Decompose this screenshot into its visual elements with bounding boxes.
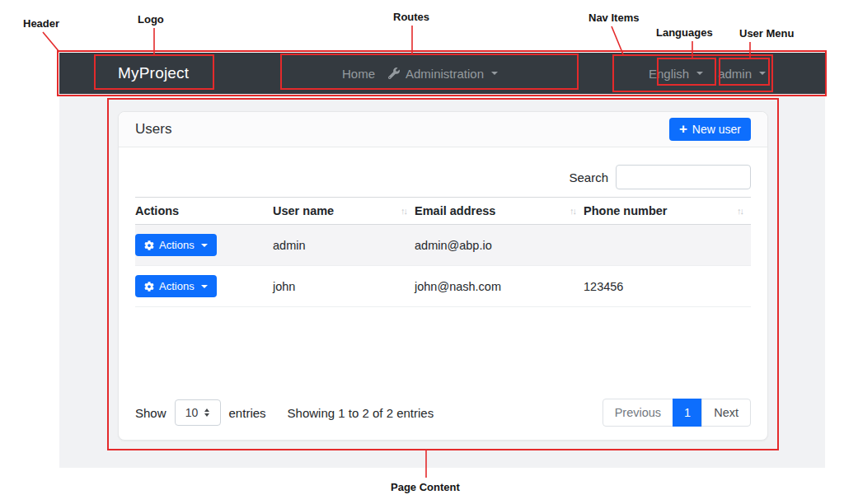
caret-down-icon [201,285,208,288]
page-title: Users [135,121,171,138]
pagination-page-1[interactable]: 1 [673,399,702,427]
cell-phone [584,225,751,266]
header-navbar: MyProject Home Administration English ad… [59,53,825,94]
header-annotation-line [43,32,59,52]
column-header-email[interactable]: Email address ↑↓ [415,198,584,225]
column-header-phone[interactable]: Phone number ↑↓ [584,198,751,225]
cell-username: admin [273,225,415,266]
column-label: Email address [415,204,495,217]
user-menu-dropdown[interactable]: admin [718,67,766,81]
column-label: Phone number [584,204,668,217]
caret-down-icon [696,72,703,75]
new-user-button[interactable]: + New user [669,118,751,141]
sort-icon: ↑↓ [570,206,575,216]
logo-annotation-label: Logo [138,13,164,26]
routes-annotation-label: Routes [393,11,429,23]
caret-down-icon [759,72,766,75]
column-label: User name [273,204,334,217]
sort-icon: ↑↓ [401,206,406,216]
page-content-annotation-label: Page Content [391,481,460,493]
caret-down-icon [201,244,208,247]
search-label: Search [569,170,608,184]
search-row: Search [135,165,751,189]
cell-email: john@nash.com [415,266,584,307]
table-row: Actions admin admin@abp.io [135,225,751,266]
nav-link-administration-label: Administration [406,67,484,81]
caret-down-icon [491,72,498,75]
users-card-header: Users + New user [119,112,767,147]
entries-info: Showing 1 to 2 of 2 entries [288,406,434,420]
gear-icon [144,282,154,292]
row-actions-label: Actions [159,280,195,292]
users-card-body: Search Actions User name ↑↓ Email addres… [119,165,767,307]
nav-link-administration[interactable]: Administration [388,67,498,81]
column-header-actions: Actions [135,198,273,225]
users-card: Users + New user Search Actions User nam… [118,111,768,441]
nav-items: English admin [649,53,766,94]
cell-phone: 123456 [584,266,751,307]
wrench-icon [388,68,400,79]
user-menu-label: admin [718,67,752,81]
nav-items-annotation-line [612,26,623,54]
page-size-value: 10 [185,406,199,419]
entries-label: entries [229,406,266,420]
search-input[interactable] [616,165,751,189]
pagination-previous[interactable]: Previous [603,399,673,427]
row-actions-button[interactable]: Actions [135,234,217,256]
show-label: Show [135,406,166,420]
table-header-row: Actions User name ↑↓ Email address ↑↓ Ph… [135,198,751,225]
language-dropdown-label: English [649,67,689,81]
cell-username: john [273,266,415,307]
page-size-select[interactable]: 10 [175,399,221,426]
table-footer: Show 10 entries Showing 1 to 2 of 2 entr… [135,399,751,427]
pagination-next[interactable]: Next [701,399,751,427]
sort-icon: ↑↓ [737,206,743,216]
select-arrows-icon [204,408,209,417]
column-header-username[interactable]: User name ↑↓ [273,198,415,225]
row-actions-button[interactable]: Actions [135,275,217,297]
cell-email: admin@abp.io [415,225,584,266]
user-menu-annotation-label: User Menu [739,27,794,40]
gear-icon [144,240,154,250]
table-row: Actions john john@nash.com 123456 [135,266,751,307]
new-user-button-label: New user [692,123,741,136]
users-table: Actions User name ↑↓ Email address ↑↓ Ph… [135,197,751,307]
nav-link-home[interactable]: Home [342,67,375,81]
column-label: Actions [135,204,179,217]
page-size-controls: Show 10 entries Showing 1 to 2 of 2 entr… [135,399,434,426]
plus-icon: + [679,125,687,133]
language-dropdown[interactable]: English [649,67,703,81]
pagination: Previous 1 Next [603,399,751,427]
nav-items-annotation-label: Nav Items [588,12,639,24]
row-actions-label: Actions [159,239,195,251]
languages-annotation-label: Languages [656,26,713,39]
header-annotation-label: Header [23,17,59,30]
